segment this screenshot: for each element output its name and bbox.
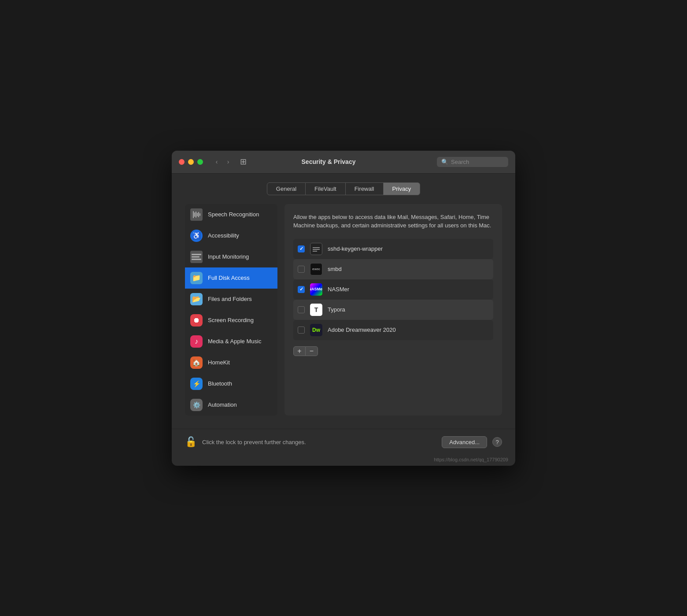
checkbox-sshd[interactable] xyxy=(298,245,305,252)
sidebar-item-input-monitoring[interactable]: Input Monitoring xyxy=(185,246,277,267)
svg-rect-0 xyxy=(193,211,194,218)
app-name-smbd: smbd xyxy=(328,266,342,272)
files-and-folders-icon: 📂 xyxy=(190,293,203,305)
app-name-typora: Typora xyxy=(328,306,345,313)
sidebar-label-screen-recording: Screen Recording xyxy=(208,317,254,323)
tab-privacy[interactable]: Privacy xyxy=(384,182,421,195)
app-icon-dw: Dw xyxy=(310,324,322,336)
list-buttons: + − xyxy=(293,346,493,356)
full-disk-access-icon: 📁 xyxy=(190,272,203,284)
svg-rect-3 xyxy=(197,213,198,216)
app-icon-smbd: exec xyxy=(310,263,322,275)
remove-app-button[interactable]: − xyxy=(306,346,318,356)
app-row-nasmer: NASMer NASMer xyxy=(293,279,493,300)
tab-bar: General FileVault Firewall Privacy xyxy=(185,182,502,195)
system-preferences-window: ‹ › ⊞ Security & Privacy 🔍 General FileV… xyxy=(172,151,515,466)
right-panel: Allow the apps below to access data like… xyxy=(284,204,502,416)
checkbox-smbd[interactable] xyxy=(298,266,305,273)
app-name-nasmer: NASMer xyxy=(328,286,349,293)
main-area: Speech Recognition ♿ Accessibility Input… xyxy=(185,204,502,416)
sidebar-label-speech-recognition: Speech Recognition xyxy=(208,211,259,218)
app-icon-sshd xyxy=(310,243,322,255)
advanced-button[interactable]: Advanced... xyxy=(442,436,487,448)
input-monitoring-icon xyxy=(190,251,203,263)
app-list: sshd-keygen-wrapper exec smbd xyxy=(293,239,493,340)
app-row-sshd: sshd-keygen-wrapper xyxy=(293,239,493,259)
svg-rect-1 xyxy=(194,212,195,217)
sidebar-item-speech-recognition[interactable]: Speech Recognition xyxy=(185,204,277,225)
svg-rect-4 xyxy=(198,212,199,217)
app-icon-typora: T xyxy=(310,304,322,316)
tab-general[interactable]: General xyxy=(267,182,306,195)
media-apple-music-icon: ♪ xyxy=(190,335,203,348)
titlebar: ‹ › ⊞ Security & Privacy 🔍 xyxy=(172,151,515,174)
sidebar-item-screen-recording[interactable]: ⏺ Screen Recording xyxy=(185,310,277,331)
sidebar-item-full-disk-access[interactable]: 📁 Full Disk Access xyxy=(185,267,277,289)
back-button[interactable]: ‹ xyxy=(212,157,222,167)
sidebar-item-homekit[interactable]: 🏠 HomeKit xyxy=(185,352,277,373)
sidebar: Speech Recognition ♿ Accessibility Input… xyxy=(185,204,277,416)
sidebar-label-homekit: HomeKit xyxy=(208,359,230,366)
traffic-lights xyxy=(179,159,203,165)
speech-recognition-icon xyxy=(190,208,203,221)
app-row-typora: T Typora xyxy=(293,300,493,320)
sidebar-item-files-and-folders[interactable]: 📂 Files and Folders xyxy=(185,289,277,310)
app-name-dw: Adobe Dreamweaver 2020 xyxy=(328,327,396,333)
homekit-icon: 🏠 xyxy=(190,356,203,369)
app-row-smbd: exec smbd xyxy=(293,259,493,279)
sidebar-label-bluetooth: Bluetooth xyxy=(208,380,232,387)
svg-rect-12 xyxy=(313,251,317,252)
lock-text: Click the lock to prevent further change… xyxy=(202,439,436,445)
close-button[interactable] xyxy=(179,159,185,165)
sidebar-label-full-disk-access: Full Disk Access xyxy=(208,275,250,281)
checkbox-dw[interactable] xyxy=(298,327,305,334)
checkbox-nasmer[interactable] xyxy=(298,286,305,293)
svg-rect-6 xyxy=(192,254,201,255)
sidebar-label-media-apple-music: Media & Apple Music xyxy=(208,338,261,345)
add-app-button[interactable]: + xyxy=(293,346,306,356)
svg-rect-11 xyxy=(313,249,320,250)
window-title: Security & Privacy xyxy=(225,158,432,165)
search-bar[interactable]: 🔍 xyxy=(437,157,508,167)
svg-rect-2 xyxy=(196,212,196,218)
sidebar-label-accessibility: Accessibility xyxy=(208,232,239,239)
sidebar-label-input-monitoring: Input Monitoring xyxy=(208,253,249,260)
sidebar-item-media-apple-music[interactable]: ♪ Media & Apple Music xyxy=(185,331,277,352)
app-icon-nasmer: NASMer xyxy=(310,283,322,296)
bottom-bar: 🔓 Click the lock to prevent further chan… xyxy=(172,429,515,455)
svg-rect-10 xyxy=(313,247,320,248)
search-input[interactable] xyxy=(451,159,504,165)
svg-rect-7 xyxy=(192,256,199,257)
sidebar-label-files-and-folders: Files and Folders xyxy=(208,296,252,302)
help-button[interactable]: ? xyxy=(492,437,502,447)
sidebar-item-accessibility[interactable]: ♿ Accessibility xyxy=(185,225,277,246)
description-text: Allow the apps below to access data like… xyxy=(293,213,493,230)
minimize-button[interactable] xyxy=(188,159,194,165)
url-bar: https://blog.csdn.net/qq_17790209 xyxy=(172,455,515,466)
sidebar-item-automation[interactable]: ⚙️ Automation xyxy=(185,394,277,416)
content-area: General FileVault Firewall Privacy Speec… xyxy=(172,174,515,429)
accessibility-icon: ♿ xyxy=(190,230,203,242)
checkbox-typora[interactable] xyxy=(298,306,305,313)
svg-rect-8 xyxy=(192,259,201,260)
tab-filevault[interactable]: FileVault xyxy=(306,182,346,195)
sidebar-label-automation: Automation xyxy=(208,401,237,408)
automation-icon: ⚙️ xyxy=(190,399,203,411)
tab-firewall[interactable]: Firewall xyxy=(346,182,384,195)
svg-rect-5 xyxy=(199,213,200,216)
sidebar-item-bluetooth[interactable]: ⚡ Bluetooth xyxy=(185,373,277,394)
screen-recording-icon: ⏺ xyxy=(190,314,203,327)
bluetooth-icon: ⚡ xyxy=(190,378,203,390)
search-icon: 🔍 xyxy=(441,159,448,165)
lock-icon[interactable]: 🔓 xyxy=(185,436,197,448)
app-name-sshd: sshd-keygen-wrapper xyxy=(328,245,383,252)
app-row-dw: Dw Adobe Dreamweaver 2020 xyxy=(293,320,493,340)
maximize-button[interactable] xyxy=(197,159,203,165)
